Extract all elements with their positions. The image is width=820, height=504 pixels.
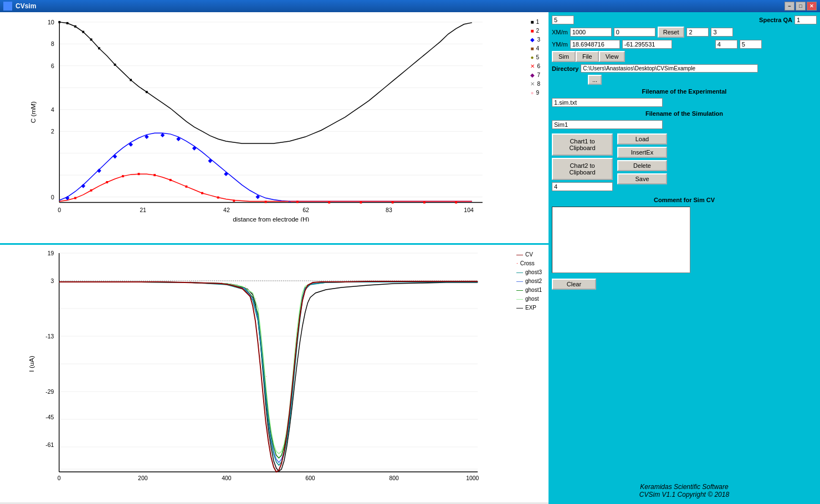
svg-text:4: 4 [51,106,54,113]
svg-text:C (mM): C (mM) [30,101,37,124]
svg-rect-38 [138,173,140,175]
spectra-row: Spectra QA [552,16,817,24]
filename-sim-section: Filename of the Simulation [552,109,817,118]
svg-text:·: · [297,341,298,346]
svg-rect-41 [185,186,187,188]
grid-val2[interactable] [686,28,709,37]
delete-button[interactable]: Delete [617,160,667,171]
svg-text:1000: 1000 [466,475,479,480]
svg-text:·: · [287,438,288,443]
svg-text:·: · [318,280,319,285]
svg-text:·: · [190,279,191,284]
svg-rect-35 [90,189,93,192]
load-button[interactable]: Load [617,133,667,145]
svg-rect-47 [328,201,330,203]
app-icon [3,2,12,11]
main-container: 10 8 6 4 2 0 0 21 42 62 83 104 C (mM) di… [0,12,820,504]
svg-rect-34 [74,197,76,199]
app-title: CVsim [16,2,36,10]
svg-marker-58 [161,133,165,137]
svg-rect-44 [233,200,235,202]
svg-rect-30 [98,47,100,49]
svg-text:8: 8 [51,40,54,47]
directory-input[interactable] [581,64,758,73]
svg-rect-40 [170,179,172,181]
svg-marker-61 [208,159,213,163]
ym-val2[interactable] [622,40,672,49]
directory-label: Directory [552,65,578,72]
svg-text:400: 400 [222,475,231,480]
grid-val5[interactable] [740,40,762,49]
xm-val2[interactable] [614,28,655,37]
filename-exp-section: Filename of the Experimental [552,87,817,96]
footer-line1: Keramidas Scientific Software [554,483,814,491]
charts-area: 10 8 6 4 2 0 0 21 42 62 83 104 C (mM) di… [0,12,549,504]
clear-row: Clear [552,275,817,293]
menu-bar: Sim File View [552,51,817,62]
chart1-legend: ■ 1 ■ 2 ◆ 3 ■ 4 ● 5 ✕ 6 ◆ 7 ✕ 8 ● 9 [530,18,540,97]
spectra-input-left[interactable] [552,16,574,24]
filename-sim-input[interactable] [552,120,663,129]
menu-file[interactable]: File [576,51,599,62]
svg-rect-51 [455,201,457,203]
clear-button[interactable]: Clear [552,279,596,290]
comment-textarea[interactable] [552,207,690,273]
chart1-clipboard-button[interactable]: Chart1 to Clipboard [552,133,613,156]
svg-text:distance from electrode (H): distance from electrode (H) [233,215,309,222]
grid-val4[interactable] [715,40,737,49]
xm-label: XM/m [552,29,568,35]
svg-text:·: · [158,279,160,284]
svg-rect-26 [66,22,69,24]
menu-sim[interactable]: Sim [552,51,576,62]
filename-exp-row [552,98,817,107]
svg-rect-25 [58,21,60,23]
comment-section: Comment for Sim CV [552,196,817,204]
svg-text:·: · [127,279,128,284]
chart2-clipboard-button[interactable]: Chart2 to Clipboard [552,158,613,180]
svg-marker-53 [81,184,85,188]
number-input[interactable] [552,182,613,191]
menu-view[interactable]: View [599,51,626,62]
svg-text:600: 600 [305,475,315,480]
svg-rect-27 [74,25,76,28]
reset-button[interactable]: Reset [658,27,685,38]
spectra-qa-input[interactable] [795,16,817,24]
svg-text:0: 0 [58,207,61,213]
grid-val3[interactable] [711,28,733,37]
chart2-legend: — CV · Cross — ghost3 — ghost2 — ghost1 … [516,250,542,312]
svg-rect-50 [423,201,426,203]
svg-rect-33 [146,91,148,93]
svg-text:0: 0 [58,475,61,480]
svg-rect-28 [82,31,84,33]
close-button[interactable]: ✕ [807,2,817,11]
svg-text:·: · [266,374,267,379]
svg-text:-45: -45 [45,414,54,420]
chart-top: 10 8 6 4 2 0 0 21 42 62 83 104 C (mM) di… [0,12,549,245]
svg-text:800: 800 [389,475,398,480]
svg-rect-45 [265,201,267,203]
minimize-button[interactable]: − [785,2,795,11]
footer: Keramidas Scientific Software CVSim V1.1… [552,481,817,501]
filename-exp-input[interactable] [552,98,663,107]
svg-rect-42 [201,192,203,194]
svg-rect-39 [153,174,156,176]
browse-button[interactable]: ... [588,75,602,85]
svg-text:I (uA): I (uA) [28,356,35,372]
svg-text:-61: -61 [45,441,54,448]
filename-sim-label: Filename of the Simulation [645,110,723,117]
xm-row: XM/m Reset [552,27,817,38]
browse-row: ... [552,75,817,85]
svg-text:200: 200 [138,475,147,480]
svg-marker-54 [97,168,101,173]
svg-text:·: · [221,280,222,285]
maximize-button[interactable]: □ [796,2,806,11]
xm-val1[interactable] [570,28,612,37]
window-controls: − □ ✕ [785,2,817,11]
svg-text:6: 6 [51,63,54,69]
spectra-qa-label: Spectra QA [759,17,792,23]
save-button[interactable]: Save [617,173,667,184]
insertex-button[interactable]: InsertEx [617,147,667,158]
svg-rect-31 [114,64,116,66]
ym-val1[interactable] [570,40,620,49]
title-bar: CVsim − □ ✕ [0,0,820,12]
